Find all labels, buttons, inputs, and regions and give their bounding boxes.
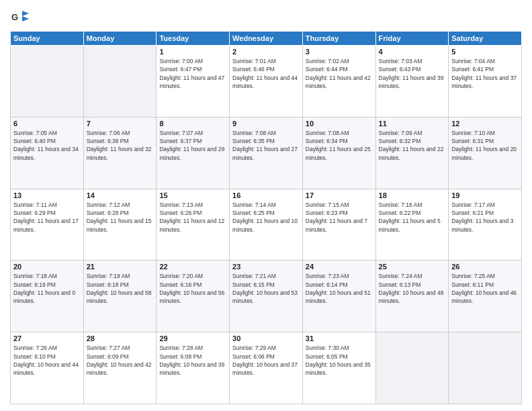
day-cell: 14Sunrise: 7:12 AM Sunset: 6:28 PM Dayli… [83,189,157,261]
day-cell: 31Sunrise: 7:30 AM Sunset: 6:05 PM Dayli… [302,332,375,404]
day-number: 16 [232,191,300,199]
day-info: Sunrise: 7:25 AM Sunset: 6:11 PM Dayligh… [451,272,519,305]
calendar-page: G SundayMondayTuesdayWednesdayThursdayFr… [0,0,532,411]
day-info: Sunrise: 7:17 AM Sunset: 6:21 PM Dayligh… [451,201,519,234]
day-info: Sunrise: 7:15 AM Sunset: 6:23 PM Dayligh… [306,201,373,234]
svg-text:G: G [11,12,18,22]
day-cell: 3Sunrise: 7:02 AM Sunset: 6:44 PM Daylig… [302,46,375,118]
day-cell: 24Sunrise: 7:23 AM Sunset: 6:14 PM Dayli… [302,261,375,332]
weekday-sunday: Sunday [11,32,84,46]
day-number: 31 [306,334,373,342]
day-cell: 16Sunrise: 7:14 AM Sunset: 6:25 PM Dayli… [230,189,303,261]
day-info: Sunrise: 7:08 AM Sunset: 6:35 PM Dayligh… [232,129,300,162]
day-number: 3 [306,48,373,56]
logo-icon: G [10,7,29,26]
day-number: 8 [159,120,226,128]
day-cell: 15Sunrise: 7:13 AM Sunset: 6:26 PM Dayli… [157,189,230,261]
day-number: 9 [232,120,300,128]
weekday-wednesday: Wednesday [230,32,303,46]
day-number: 5 [451,48,519,56]
week-row-4: 20Sunrise: 7:18 AM Sunset: 6:19 PM Dayli… [11,261,522,332]
day-info: Sunrise: 7:02 AM Sunset: 6:44 PM Dayligh… [306,57,373,90]
day-cell: 7Sunrise: 7:06 AM Sunset: 6:38 PM Daylig… [83,117,157,189]
day-number: 4 [379,48,446,56]
weekday-saturday: Saturday [449,32,522,46]
svg-marker-1 [22,11,29,16]
day-number: 23 [232,263,300,271]
day-cell: 30Sunrise: 7:29 AM Sunset: 6:06 PM Dayli… [230,332,303,404]
day-info: Sunrise: 7:23 AM Sunset: 6:14 PM Dayligh… [306,272,373,305]
day-cell [83,46,157,118]
day-number: 21 [87,263,154,271]
day-cell: 8Sunrise: 7:07 AM Sunset: 6:37 PM Daylig… [157,117,230,189]
day-cell: 9Sunrise: 7:08 AM Sunset: 6:35 PM Daylig… [230,117,303,189]
calendar-table: SundayMondayTuesdayWednesdayThursdayFrid… [10,31,522,404]
day-cell: 29Sunrise: 7:28 AM Sunset: 6:08 PM Dayli… [157,332,230,404]
header: G [10,7,522,26]
weekday-thursday: Thursday [302,32,375,46]
day-cell: 20Sunrise: 7:18 AM Sunset: 6:19 PM Dayli… [11,261,84,332]
day-info: Sunrise: 7:16 AM Sunset: 6:22 PM Dayligh… [379,201,446,234]
day-number: 10 [306,120,373,128]
day-cell [11,46,84,118]
day-cell: 6Sunrise: 7:05 AM Sunset: 6:40 PM Daylig… [11,117,84,189]
day-cell: 10Sunrise: 7:08 AM Sunset: 6:34 PM Dayli… [302,117,375,189]
day-info: Sunrise: 7:18 AM Sunset: 6:19 PM Dayligh… [13,272,81,305]
day-info: Sunrise: 7:20 AM Sunset: 6:16 PM Dayligh… [159,272,226,305]
day-info: Sunrise: 7:09 AM Sunset: 6:32 PM Dayligh… [379,129,446,162]
day-info: Sunrise: 7:03 AM Sunset: 6:43 PM Dayligh… [379,57,446,90]
day-cell: 28Sunrise: 7:27 AM Sunset: 6:09 PM Dayli… [83,332,157,404]
day-info: Sunrise: 7:27 AM Sunset: 6:09 PM Dayligh… [87,344,154,377]
day-cell: 27Sunrise: 7:26 AM Sunset: 6:10 PM Dayli… [11,332,84,404]
day-cell: 13Sunrise: 7:11 AM Sunset: 6:29 PM Dayli… [11,189,84,261]
week-row-5: 27Sunrise: 7:26 AM Sunset: 6:10 PM Dayli… [11,332,522,404]
day-info: Sunrise: 7:28 AM Sunset: 6:08 PM Dayligh… [159,344,226,377]
day-cell: 18Sunrise: 7:16 AM Sunset: 6:22 PM Dayli… [375,189,449,261]
day-number: 11 [379,120,446,128]
day-number: 22 [159,263,226,271]
svg-marker-2 [22,16,29,21]
day-info: Sunrise: 7:05 AM Sunset: 6:40 PM Dayligh… [13,129,81,162]
day-cell: 5Sunrise: 7:04 AM Sunset: 6:41 PM Daylig… [449,46,522,118]
day-info: Sunrise: 7:06 AM Sunset: 6:38 PM Dayligh… [87,129,154,162]
day-number: 14 [87,191,154,199]
weekday-friday: Friday [375,32,449,46]
day-number: 19 [451,191,519,199]
day-cell: 19Sunrise: 7:17 AM Sunset: 6:21 PM Dayli… [449,189,522,261]
day-info: Sunrise: 7:24 AM Sunset: 6:13 PM Dayligh… [379,272,446,305]
day-number: 17 [306,191,373,199]
day-info: Sunrise: 7:10 AM Sunset: 6:31 PM Dayligh… [451,129,519,162]
day-info: Sunrise: 7:08 AM Sunset: 6:34 PM Dayligh… [306,129,373,162]
weekday-tuesday: Tuesday [157,32,230,46]
day-number: 15 [159,191,226,199]
week-row-3: 13Sunrise: 7:11 AM Sunset: 6:29 PM Dayli… [11,189,522,261]
day-info: Sunrise: 7:13 AM Sunset: 6:26 PM Dayligh… [159,201,226,234]
day-cell: 4Sunrise: 7:03 AM Sunset: 6:43 PM Daylig… [375,46,449,118]
day-cell: 22Sunrise: 7:20 AM Sunset: 6:16 PM Dayli… [157,261,230,332]
day-cell: 12Sunrise: 7:10 AM Sunset: 6:31 PM Dayli… [449,117,522,189]
day-info: Sunrise: 7:26 AM Sunset: 6:10 PM Dayligh… [13,344,81,377]
day-info: Sunrise: 7:04 AM Sunset: 6:41 PM Dayligh… [451,57,519,90]
day-number: 29 [159,334,226,342]
day-cell: 11Sunrise: 7:09 AM Sunset: 6:32 PM Dayli… [375,117,449,189]
day-info: Sunrise: 7:12 AM Sunset: 6:28 PM Dayligh… [87,201,154,234]
day-info: Sunrise: 7:07 AM Sunset: 6:37 PM Dayligh… [159,129,226,162]
day-cell: 2Sunrise: 7:01 AM Sunset: 6:46 PM Daylig… [230,46,303,118]
day-info: Sunrise: 7:19 AM Sunset: 6:18 PM Dayligh… [87,272,154,305]
day-info: Sunrise: 7:00 AM Sunset: 6:47 PM Dayligh… [159,57,226,90]
day-cell [375,332,449,404]
day-info: Sunrise: 7:14 AM Sunset: 6:25 PM Dayligh… [232,201,300,234]
day-number: 2 [232,48,300,56]
day-number: 13 [13,191,81,199]
day-info: Sunrise: 7:30 AM Sunset: 6:05 PM Dayligh… [306,344,373,377]
day-number: 20 [13,263,81,271]
day-number: 7 [87,120,154,128]
day-number: 1 [159,48,226,56]
day-info: Sunrise: 7:21 AM Sunset: 6:15 PM Dayligh… [232,272,300,305]
day-info: Sunrise: 7:01 AM Sunset: 6:46 PM Dayligh… [232,57,300,90]
day-number: 26 [451,263,519,271]
day-cell: 17Sunrise: 7:15 AM Sunset: 6:23 PM Dayli… [302,189,375,261]
day-info: Sunrise: 7:29 AM Sunset: 6:06 PM Dayligh… [232,344,300,377]
day-number: 28 [87,334,154,342]
day-number: 12 [451,120,519,128]
